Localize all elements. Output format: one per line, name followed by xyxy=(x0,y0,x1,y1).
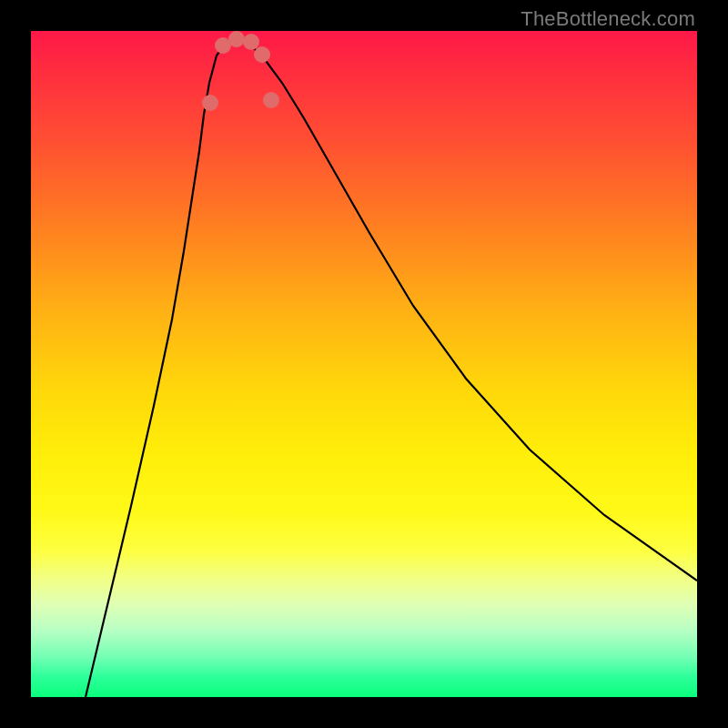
curve-overlay xyxy=(31,31,697,697)
left-curve xyxy=(86,37,238,697)
plot-frame xyxy=(31,31,697,697)
data-dot xyxy=(263,92,279,108)
right-curve xyxy=(238,37,697,581)
watermark-text: TheBottleneck.com xyxy=(521,7,695,31)
data-dot xyxy=(254,46,270,63)
data-dot xyxy=(228,31,245,47)
data-dot xyxy=(243,34,259,50)
data-dot xyxy=(202,95,218,111)
data-dots xyxy=(202,31,279,111)
